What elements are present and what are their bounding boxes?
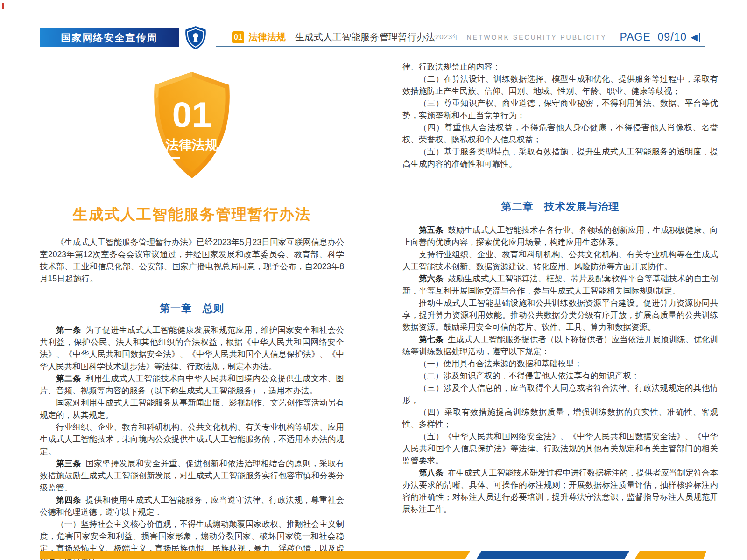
paragraph: 第三条国家坚持发展和安全并重、促进创新和依法治理相结合的原则，采取有效措施鼓励生… — [40, 457, 344, 494]
chapter-heading-1: 第一章 总则 — [40, 301, 344, 316]
paragraph-text: 鼓励生成式人工智能算法、框架、芯片及配套软件平台等基础技术的自主创新，平等互利开… — [402, 274, 718, 295]
shield-label: 法律法规 — [165, 138, 218, 152]
article-number: 第四条 — [56, 495, 81, 504]
paragraph-text: 鼓励生成式人工智能技术在各行业、各领域的创新应用，生成积极健康、向上向善的优质内… — [402, 225, 718, 247]
paragraph: 《生成式人工智能服务管理暂行办法》已经2023年5月23日国家互联网信息办公室2… — [40, 236, 344, 285]
document-title: 生成式人工智能服务管理暂行办法 — [295, 31, 435, 43]
paragraph: 推动生成式人工智能基础设施和公共训练数据资源平台建设。促进算力资源协同共享，提升… — [402, 297, 718, 333]
paragraph-text: 利用生成式人工智能技术向中华人民共和国境内公众提供生成文本、图片、音频、视频等内… — [40, 374, 344, 395]
page-marker-bar — [699, 33, 700, 42]
chapter2-articles: 第五条鼓励生成式人工智能技术在各行业、各领域的创新应用，生成积极健康、向上向善的… — [402, 224, 718, 515]
paragraph: （四）采取有效措施提高训练数据质量，增强训练数据的真实性、准确性、客观性、多样性… — [402, 406, 718, 430]
paragraph-text: 生成式人工智能服务提供者（以下称提供者）应当依法开展预训练、优化训练等训练数据处… — [402, 335, 718, 356]
article-number: 第五条 — [419, 225, 444, 235]
header-right-group: 2023年 NETWORK SECURITY PUBLICITY PAGE 09… — [435, 31, 700, 43]
paragraph: 第八条在生成式人工智能技术研发过程中进行数据标注的，提供者应当制定符合本办法要求… — [402, 467, 718, 515]
paragraph-text: （五）《中华人民共和国网络安全法》、《中华人民共和国数据安全法》、《中华人民共和… — [402, 432, 718, 465]
paragraph: 第六条鼓励生成式人工智能算法、框架、芯片及配套软件平台等基础技术的自主创新，平等… — [402, 273, 718, 297]
article-number: 第七条 — [419, 335, 444, 344]
paragraph: （四）尊重他人合法权益，不得危害他人身心健康，不得侵害他人肖像权、名誉权、荣誉权… — [402, 121, 718, 146]
footer-bar-blue — [477, 551, 629, 559]
paragraph: （三）涉及个人信息的，应当取得个人同意或者符合法律、行政法规规定的其他情形； — [402, 382, 718, 406]
paragraph: （二）涉及知识产权的，不得侵害他人依法享有的知识产权； — [402, 370, 718, 382]
paragraph-text: 为了促进生成式人工智能健康发展和规范应用，维护国家安全和社会公共利益，保护公民、… — [40, 325, 344, 371]
page-title: 生成式人工智能服务管理暂行办法 — [40, 204, 344, 224]
paragraph: （三）尊重知识产权、商业道德，保守商业秘密，不得利用算法、数据、平台等优势，实施… — [402, 97, 718, 121]
paragraph: 第一条为了促进生成式人工智能健康发展和规范应用，维护国家安全和社会公共利益，保护… — [40, 324, 344, 372]
paragraph-text: 国家对利用生成式人工智能服务从事新闻出版、影视制作、文艺创作等活动另有规定的，从… — [40, 398, 344, 420]
paragraph: （二）在算法设计、训练数据选择、模型生成和优化、提供服务等过程中，采取有效措施防… — [402, 73, 718, 97]
shield-lock-icon — [184, 26, 207, 50]
left-column: 01 法律法规 生成式人工智能服务管理暂行办法 《生成式人工智能服务管理暂行办法… — [40, 55, 344, 560]
article-number: 第二条 — [56, 374, 81, 383]
header-title-box: 01 法律法规 生成式人工智能服务管理暂行办法 2023年 NETWORK SE… — [216, 28, 705, 47]
brand-label: 国家网络安全宣传周 — [61, 31, 158, 44]
publicity-label: NETWORK SECURITY PUBLICITY — [466, 34, 606, 41]
paragraph-text: （二）涉及知识产权的，不得侵害他人依法享有的知识产权； — [419, 371, 640, 380]
footer-bar-orange-right — [635, 551, 706, 559]
paragraph-text: 支持行业组织、企业、教育和科研机构、公共文化机构、有关专业机构等在生成式人工智能… — [402, 250, 718, 271]
chapter1-continuation: 律、行政法规禁止的内容；（二）在算法设计、训练数据选择、模型生成和优化、提供服务… — [402, 61, 718, 170]
section-label: 法律法规 — [248, 31, 286, 43]
article-number: 第一条 — [56, 325, 81, 335]
paragraph: 律、行政法规禁止的内容； — [402, 61, 718, 73]
paragraph-text: 在生成式人工智能技术研发过程中进行数据标注的，提供者应当制定符合本办法要求的清晰… — [402, 468, 718, 514]
chapter1-articles: 第一条为了促进生成式人工智能健康发展和规范应用，维护国家安全和社会公共利益，保护… — [40, 324, 344, 560]
paragraph: 第四条提供和使用生成式人工智能服务，应当遵守法律、行政法规，尊重社会公德和伦理道… — [40, 494, 344, 518]
paragraph-text: （五）基于服务类型特点，采取有效措施，提升生成式人工智能服务的透明度，提高生成内… — [402, 147, 718, 168]
page: 国家网络安全宣传周 01 法律法规 生成式人工智能服务管理暂行办法 2023年 … — [0, 0, 747, 560]
paragraph-text: 行业组织、企业、教育和科研机构、公共文化机构、有关专业机构等研发、应用生成式人工… — [40, 422, 344, 456]
paragraph: （一）使用具有合法来源的数据和基础模型； — [402, 357, 718, 370]
paragraph: （五）基于服务类型特点，采取有效措施，提升生成式人工智能服务的透明度，提高生成内… — [402, 146, 718, 170]
back-arrow-icon: ◀ — [691, 33, 698, 42]
paragraph-text: 国家坚持发展和安全并重、促进创新和依法治理相结合的原则，采取有效措施鼓励生成式人… — [40, 459, 344, 492]
page-edge-mark — [2, 3, 4, 9]
paragraph-text: 《生成式人工智能服务管理暂行办法》已经2023年5月23日国家互联网信息办公室2… — [40, 238, 344, 283]
paragraph-text: （四）采取有效措施提高训练数据质量，增强训练数据的真实性、准确性、客观性、多样性… — [402, 407, 718, 429]
page-number: PAGE 09/10 — [620, 31, 687, 43]
paragraph: 第二条利用生成式人工智能技术向中华人民共和国境内公众提供生成文本、图片、音频、视… — [40, 372, 344, 397]
paragraph-text: （四）尊重他人合法权益，不得危害他人身心健康，不得侵害他人肖像权、名誉权、荣誉权… — [402, 123, 718, 144]
paragraph: 第五条鼓励生成式人工智能技术在各行业、各领域的创新应用，生成积极健康、向上向善的… — [402, 224, 718, 248]
chapter-shield-badge: 01 法律法规 — [145, 70, 239, 182]
brand-badge: 国家网络安全宣传周 — [40, 28, 179, 47]
year-label: 2023年 — [435, 33, 460, 42]
paragraph: 第七条生成式人工智能服务提供者（以下称提供者）应当依法开展预训练、优化训练等训练… — [402, 333, 718, 357]
shield-number: 01 — [172, 95, 212, 134]
shield-dash — [166, 157, 180, 159]
right-column: 律、行政法规禁止的内容；（二）在算法设计、训练数据选择、模型生成和优化、提供服务… — [402, 61, 718, 515]
paragraph-text: （二）在算法设计、训练数据选择、模型生成和优化、提供服务等过程中，采取有效措施防… — [402, 74, 718, 96]
paragraph: 支持行业组织、企业、教育和科研机构、公共文化机构、有关专业机构等在生成式人工智能… — [402, 248, 718, 273]
paragraph-text: （三）尊重知识产权、商业道德，保守商业秘密，不得利用算法、数据、平台等优势，实施… — [402, 98, 718, 120]
chapter-heading-2: 第二章 技术发展与治理 — [402, 199, 718, 215]
article-number: 第八条 — [419, 468, 444, 477]
paragraph: 行业组织、企业、教育和科研机构、公共文化机构、有关专业机构等研发、应用生成式人工… — [40, 421, 344, 457]
paragraph: （五）《中华人民共和国网络安全法》、《中华人民共和国数据安全法》、《中华人民共和… — [402, 430, 718, 467]
footer-bar-orange-left — [40, 551, 470, 559]
article-number: 第六条 — [419, 274, 444, 283]
paragraph-text: （三）涉及个人信息的，应当取得个人同意或者符合法律、行政法规规定的其他情形； — [402, 383, 718, 405]
article-number: 第三条 — [56, 459, 81, 468]
paragraph-text: 提供和使用生成式人工智能服务，应当遵守法律、行政法规，尊重社会公德和伦理道德，遵… — [40, 495, 344, 517]
paragraph-text: 推动生成式人工智能基础设施和公共训练数据资源平台建设。促进算力资源协同共享，提升… — [402, 298, 718, 332]
intro-paragraphs: 《生成式人工智能服务管理暂行办法》已经2023年5月23日国家互联网信息办公室2… — [40, 236, 344, 285]
paragraph-text: 律、行政法规禁止的内容； — [402, 62, 500, 71]
paragraph-text: （一）使用具有合法来源的数据和基础模型； — [419, 359, 582, 368]
paragraph: 国家对利用生成式人工智能服务从事新闻出版、影视制作、文艺创作等活动另有规定的，从… — [40, 397, 344, 421]
section-number-badge: 01 — [232, 31, 244, 43]
